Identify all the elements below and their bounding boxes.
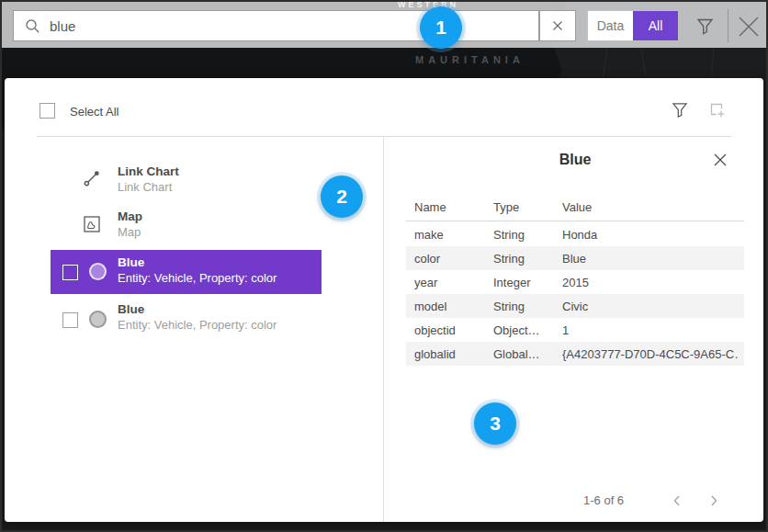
screen: MAURITANIA WESTERN Data All [0, 0, 768, 532]
table-row: globalid Global… {A4203777-D70D-4C5C-9A6… [406, 342, 744, 366]
callout-2: 2 [321, 175, 363, 218]
result-subtitle: Link Chart [118, 180, 172, 194]
clear-icon [552, 20, 563, 31]
pagination-next-button[interactable] [703, 490, 725, 512]
table-row: model String Civic [406, 294, 744, 318]
search-scope-toggle: Data All [587, 10, 679, 41]
result-title: Blue [118, 255, 144, 269]
cell-type: Global… [493, 347, 556, 361]
chevron-right-icon [708, 494, 719, 507]
result-subtitle: Entity: Vehicle, Property: color [118, 318, 277, 332]
callout-1: 1 [420, 6, 462, 49]
select-all-label: Select All [70, 105, 119, 119]
map-bottom-strip [0, 521, 768, 532]
map-country-border [640, 46, 648, 81]
map-icon [84, 216, 100, 232]
result-checkbox[interactable] [62, 312, 78, 328]
detail-title: Blue [406, 152, 744, 168]
result-item-blue[interactable]: Blue Entity: Vehicle, Property: color [5, 299, 381, 341]
select-all-checkbox[interactable] [40, 103, 55, 119]
cell-value: 2015 [562, 276, 739, 289]
link-chart-icon [83, 168, 102, 187]
cell-name: year [414, 276, 486, 289]
table-header-border [406, 221, 744, 221]
table-row: make String Honda [406, 222, 744, 246]
result-title: Blue [118, 302, 144, 316]
results-filter-button[interactable] [668, 98, 692, 122]
cell-name: model [414, 300, 486, 313]
search-icon [25, 18, 40, 34]
search-toolbar: Data All [2, 2, 766, 48]
result-item-map[interactable]: Map Map [5, 205, 381, 247]
cell-name: globalid [414, 347, 486, 361]
chevron-left-icon [672, 494, 683, 507]
close-search-button[interactable] [735, 13, 762, 40]
pagination-prev-button[interactable] [666, 490, 688, 512]
cell-type: String [493, 252, 556, 266]
cell-value: 1 [562, 323, 739, 337]
entity-point-icon [89, 263, 107, 280]
table-row: color String Blue [406, 246, 744, 270]
toggle-option-all[interactable]: All [633, 11, 678, 40]
close-icon [737, 15, 761, 39]
map-label-mauritania: MAURITANIA [415, 54, 525, 65]
close-icon [713, 153, 728, 167]
toggle-option-data[interactable]: Data [588, 11, 633, 40]
entity-point-icon [89, 311, 107, 328]
cell-name: objectid [414, 323, 486, 337]
result-checkbox[interactable] [62, 265, 78, 280]
result-title: Link Chart [118, 164, 179, 178]
add-item-icon [707, 100, 728, 120]
panel-divider [37, 136, 731, 137]
pane-separator [383, 136, 384, 522]
search-results-panel: Select All Link Chart Link Chart [5, 78, 763, 522]
table-row: objectid Object… 1 [406, 318, 744, 342]
search-input[interactable] [50, 11, 538, 40]
pagination-label: 1-6 of 6 [583, 493, 624, 507]
column-header-name: Name [414, 200, 446, 214]
table-row: year Integer 2015 [406, 270, 744, 294]
result-subtitle: Map [118, 225, 141, 239]
callout-3: 3 [474, 402, 516, 445]
filter-icon [672, 101, 688, 119]
toolbar-divider [728, 9, 728, 42]
map-country-border [711, 48, 715, 79]
cell-value: Blue [562, 252, 739, 266]
table-header: Name Type Value [406, 200, 744, 221]
detail-close-button[interactable] [708, 148, 732, 172]
cell-value: {A4203777-D70D-4C5C-9A65-C… [562, 347, 739, 361]
filter-icon [696, 17, 714, 36]
result-title: Map [118, 209, 142, 223]
map-country-border [602, 48, 607, 81]
add-to-new-button[interactable] [706, 98, 729, 122]
cell-type: Object… [493, 323, 556, 337]
cell-name: make [414, 228, 486, 242]
cell-name: color [414, 252, 486, 266]
cell-type: Integer [493, 276, 556, 289]
result-item-blue-selected[interactable]: Blue Entity: Vehicle, Property: color [51, 250, 322, 294]
cell-type: String [493, 228, 556, 242]
result-subtitle: Entity: Vehicle, Property: color [118, 271, 277, 285]
cell-value: Honda [562, 228, 739, 242]
search-filter-button[interactable] [692, 14, 717, 40]
cell-value: Civic [562, 300, 739, 313]
column-header-type: Type [493, 200, 519, 214]
cell-type: String [493, 300, 556, 313]
column-header-value: Value [562, 200, 592, 214]
clear-search-button[interactable] [539, 10, 576, 41]
